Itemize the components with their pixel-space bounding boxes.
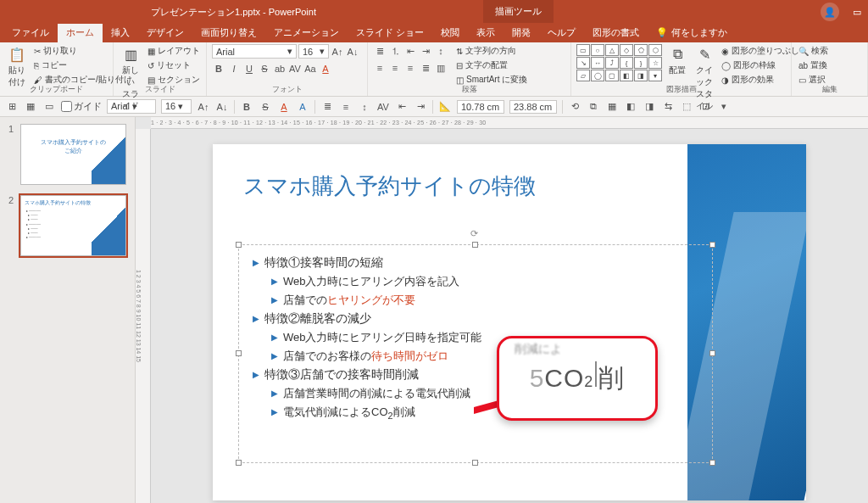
tab-view[interactable]: 表示 xyxy=(468,23,504,42)
qa-icon-3[interactable]: ▭ xyxy=(42,100,56,114)
align-right-button[interactable]: ≡ xyxy=(403,61,417,75)
slide-thumbnails-pane: 1 スマホ購入予約サイトの ご紹介 2 スマホ購入予約サイトの特徴 ▸ ────… xyxy=(0,117,136,503)
bullets-button[interactable]: ≣ xyxy=(373,44,387,58)
paste-button[interactable]: 📋 貼り付け xyxy=(5,44,29,90)
tab-home[interactable]: ホーム xyxy=(58,23,103,42)
qa-bold[interactable]: B xyxy=(240,100,253,114)
shapes-gallery[interactable]: ▭○△◇⬠⬡ ↘↔⤴{}☆ ▱◯▢◧◨▾ xyxy=(576,44,662,81)
decrease-indent-button[interactable]: ⇤ xyxy=(403,44,417,58)
decrease-font-icon[interactable]: A↓ xyxy=(346,45,359,59)
bold-button[interactable]: B xyxy=(212,62,225,75)
bullet-item[interactable]: ▶特徴①接客時間の短縮 xyxy=(253,255,704,271)
increase-indent-button[interactable]: ⇥ xyxy=(419,44,432,58)
resize-handle[interactable] xyxy=(709,242,715,248)
font-color-button[interactable]: A xyxy=(319,62,332,75)
align-text-button[interactable]: ⊟文字の配置 xyxy=(454,59,529,72)
guide-checkbox[interactable]: ガイド xyxy=(61,100,102,113)
group-font-label: フォント xyxy=(207,84,367,95)
tab-developer[interactable]: 開発 xyxy=(504,23,539,42)
tab-review[interactable]: 校閲 xyxy=(432,23,468,42)
fill-icon: ◉ xyxy=(721,47,729,56)
bullet-item[interactable]: ▶特徴②離脱客の減少 xyxy=(253,311,704,327)
tab-format[interactable]: 図形の書式 xyxy=(584,23,648,42)
tab-file[interactable]: ファイル xyxy=(3,23,58,42)
qa-ruler-icon[interactable]: 📐 xyxy=(438,100,452,114)
font-size-combo[interactable]: 16▾ xyxy=(298,44,329,59)
tab-slideshow[interactable]: スライド ショー xyxy=(348,23,432,42)
qa-shrink-font[interactable]: A↓ xyxy=(215,100,229,114)
align-left-button[interactable]: ≡ xyxy=(373,61,387,75)
bullet-item[interactable]: ▶Web入力時にヒアリング内容を記入 xyxy=(271,274,704,289)
paste-icon: 📋 xyxy=(8,46,25,63)
resize-handle[interactable] xyxy=(236,460,242,466)
search-icon: 🔍 xyxy=(798,47,809,56)
qa-align[interactable]: ≡ xyxy=(339,100,353,114)
layout-button[interactable]: ▦レイアウト xyxy=(146,44,202,58)
find-button[interactable]: 🔍検索 xyxy=(797,44,830,58)
qa-fontcolor[interactable]: A xyxy=(277,100,291,114)
columns-button[interactable]: ▥ xyxy=(434,61,448,75)
justify-button[interactable]: ≣ xyxy=(419,61,432,75)
reset-button[interactable]: ↺リセット xyxy=(146,59,202,72)
tab-transitions[interactable]: 画面切り替え xyxy=(192,23,265,42)
resize-handle[interactable] xyxy=(236,242,242,248)
quick-styles-button[interactable]: ✎クイック スタイル xyxy=(693,44,716,114)
effects-icon: ◑ xyxy=(721,75,729,85)
title-bar: プレゼンテーション1.pptx - PowerPoint 描画ツール 👤 ▭ xyxy=(0,0,868,24)
qa-icon-1[interactable]: ⊞ xyxy=(5,100,19,114)
text-direction-button[interactable]: ⇅文字列の方向 xyxy=(454,44,529,58)
shape-height-input[interactable]: 23.88 cm xyxy=(509,100,557,114)
tab-insert[interactable]: 挿入 xyxy=(103,23,138,42)
tab-animations[interactable]: アニメーション xyxy=(265,23,348,42)
line-spacing-button[interactable]: ↕ xyxy=(434,44,448,58)
shape-width-input[interactable]: 10.78 cm xyxy=(457,100,504,114)
strike-button[interactable]: S xyxy=(258,62,271,75)
resize-handle[interactable] xyxy=(472,242,478,248)
group-editing: 🔍検索 ab置換 ▭選択 編集 xyxy=(792,42,868,96)
bullet-item[interactable]: ▶店舗でのヒヤリングが不要 xyxy=(271,293,704,308)
qa-indent-inc[interactable]: ⇥ xyxy=(414,100,427,114)
tab-help[interactable]: ヘルプ xyxy=(539,23,584,42)
shape-outline-button[interactable]: ◯図形の枠線 xyxy=(720,59,801,72)
resize-handle[interactable] xyxy=(472,460,478,466)
resize-handle[interactable] xyxy=(236,350,242,356)
ribbon-display-options-icon[interactable]: ▭ xyxy=(853,7,861,18)
underline-button[interactable]: U xyxy=(242,62,256,75)
qa-linespace[interactable]: ↕ xyxy=(358,100,371,114)
change-case-button[interactable]: Aa xyxy=(303,62,317,75)
shadow-button[interactable]: ab xyxy=(273,62,287,75)
italic-button[interactable]: I xyxy=(227,62,241,75)
shape-fill-button[interactable]: ◉図形の塗りつぶし xyxy=(720,44,801,58)
arrange-button[interactable]: ⧉配置 xyxy=(665,44,689,78)
replace-button[interactable]: ab置換 xyxy=(797,59,830,72)
qa-bullets[interactable]: ≣ xyxy=(320,100,334,114)
resize-handle[interactable] xyxy=(709,460,715,466)
rotate-handle-icon[interactable]: ⟳ xyxy=(470,228,478,239)
qa-icon-2[interactable]: ▦ xyxy=(24,100,37,114)
quick-styles-icon: ✎ xyxy=(696,46,713,63)
qa-strike[interactable]: S xyxy=(259,100,272,114)
thumbnail-2[interactable]: 2 スマホ購入予約サイトの特徴 ▸ ───── ▸ ─── ▸ ───▸ ───… xyxy=(8,195,126,256)
slide-canvas[interactable]: スマホ購入予約サイトの特徴 ⟳ ▶特徴①接客時間の短縮 ▶Web入力時にヒアリン… xyxy=(213,144,806,500)
group-editing-label: 編集 xyxy=(792,84,867,95)
numbering-button[interactable]: ⒈ xyxy=(388,44,402,58)
align-center-button[interactable]: ≡ xyxy=(388,61,402,75)
account-avatar[interactable]: 👤 xyxy=(821,3,839,21)
qa-charspace[interactable]: AV xyxy=(376,100,390,114)
thumbnail-1[interactable]: 1 スマホ購入予約サイトの ご紹介 xyxy=(8,124,126,185)
char-spacing-button[interactable]: AV xyxy=(288,62,302,75)
horizontal-ruler[interactable]: 1 · 2 · 3 · 4 · 5 · 6 · 7 · 8 · 9 · 10 ·… xyxy=(151,117,868,129)
tab-design[interactable]: デザイン xyxy=(138,23,192,42)
qa-indent-dec[interactable]: ⇤ xyxy=(395,100,409,114)
vertical-ruler[interactable]: 1 2 3 4 5 6 7 8 9 10 11 12 13 14 15 xyxy=(136,129,151,503)
slide-title[interactable]: スマホ購入予約サイトの特徴 xyxy=(243,171,536,201)
copy-icon: ⎘ xyxy=(34,61,39,70)
tell-me-search[interactable]: 💡何をしますか xyxy=(648,23,736,42)
new-slide-button[interactable]: ▥ 新しい スライド xyxy=(119,44,142,114)
font-name-combo[interactable]: Arial▾ xyxy=(212,44,297,59)
increase-font-icon[interactable]: A↑ xyxy=(331,45,344,59)
qa-texteffects[interactable]: A xyxy=(296,100,309,114)
bullet-icon: ▶ xyxy=(253,258,259,267)
resize-handle[interactable] xyxy=(709,350,715,356)
tell-me-label: 何をしますか xyxy=(671,26,727,39)
